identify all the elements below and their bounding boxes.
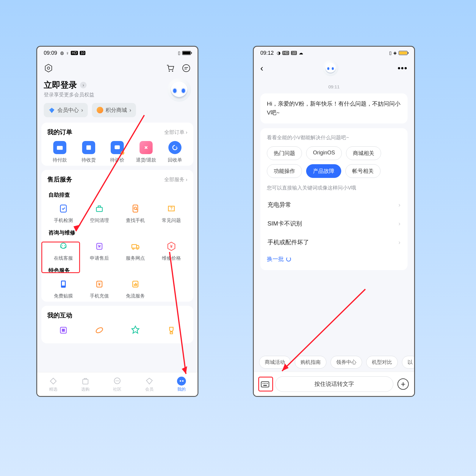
order-pending-review[interactable]: 待评价 <box>103 141 132 163</box>
svc-find-phone[interactable]: 查找手机 <box>118 203 154 224</box>
svg-point-3 <box>183 65 190 72</box>
voice-input[interactable]: 按住说话转文字 <box>275 376 393 392</box>
right-phone-frame: 09:12 ◑HD10☁ ▯◈ ‹ ••• 09:11 Hi，亲爱的V粉，新年快… <box>253 46 415 397</box>
svg-point-1 <box>169 71 170 72</box>
cart-icon[interactable] <box>165 63 175 73</box>
nav-mine[interactable]: 我的 <box>165 372 198 396</box>
order-pending-receipt[interactable]: 待收货 <box>74 141 103 163</box>
svg-text:¥: ¥ <box>98 281 101 286</box>
svc-repair-price[interactable]: ¥维修价格 <box>153 240 189 262</box>
svg-rect-25 <box>134 284 135 286</box>
row-charging[interactable]: 充电异常› <box>267 195 401 214</box>
svc-phone-recharge[interactable]: ¥手机充值 <box>82 278 118 299</box>
svg-point-0 <box>47 67 50 69</box>
service-card: 售后服务 全部服务 › 自助排查 手机检测 空间清理 查找手机 ?常见问题 咨询… <box>41 170 193 302</box>
svc-apply-aftersale[interactable]: 申请售后 <box>82 240 118 262</box>
diamond-icon <box>48 107 55 113</box>
interact-item-4[interactable] <box>153 324 189 336</box>
quick-mall-activity[interactable]: 商城活动 <box>259 356 291 369</box>
row-broken[interactable]: 手机或配件坏了› <box>267 233 401 252</box>
svc-special-title: 特色服务 <box>46 264 189 278</box>
refresh-link[interactable]: 换一批 <box>267 255 401 263</box>
svc-service-sites[interactable]: 服务网点 <box>118 240 154 262</box>
tag-mall[interactable]: 商城相关 <box>346 146 381 160</box>
service-title: 售后服务 <box>47 175 72 184</box>
avatar-robot-icon <box>322 60 339 76</box>
svc-phone-check[interactable]: 手机检测 <box>46 203 82 224</box>
nav-featured[interactable]: 精选 <box>37 372 69 396</box>
row-sim[interactable]: SIM卡不识别› <box>267 214 401 233</box>
quick-buying-guide[interactable]: 购机指南 <box>295 356 326 369</box>
battery-icon <box>182 51 191 55</box>
status-bar: 09:09 ◍♀HD10 ▯ <box>37 47 198 59</box>
svg-rect-40 <box>261 382 269 387</box>
svc-free-film[interactable]: 免费贴膜 <box>46 278 82 299</box>
interact-item-1[interactable] <box>46 324 82 336</box>
avatar-robot-icon[interactable] <box>167 78 191 102</box>
quick-more[interactable]: 以 <box>402 356 414 369</box>
svg-point-14 <box>64 245 65 246</box>
status-time: 09:09 <box>44 50 57 56</box>
more-menu-icon[interactable]: ••• <box>398 64 408 73</box>
svg-point-13 <box>62 245 63 246</box>
tag-originos[interactable]: OriginOS <box>306 146 342 160</box>
svg-point-35 <box>118 380 119 381</box>
quick-model-compare[interactable]: 机型对比 <box>366 356 398 369</box>
nav-member[interactable]: 会员 <box>133 372 165 396</box>
chip-points-mall[interactable]: 积分商城› <box>92 103 136 117</box>
order-return-refund[interactable]: 退货/退款 <box>132 141 161 163</box>
svg-rect-9 <box>133 205 138 212</box>
message-icon[interactable] <box>181 63 191 73</box>
wifi-icon: ◈ <box>393 50 397 56</box>
status-bar: 09:12 ◑HD10☁ ▯◈ <box>254 47 414 59</box>
sim-icon: ▯ <box>178 50 180 56</box>
svg-point-18 <box>137 248 138 250</box>
battery-icon <box>399 51 408 55</box>
chip-member-center[interactable]: 会员中心› <box>44 103 88 117</box>
orders-more-link[interactable]: 全部订单 › <box>164 129 187 136</box>
order-pending-payment[interactable]: 待付款 <box>46 141 74 163</box>
svc-faq[interactable]: ?常见问题 <box>153 203 189 224</box>
nav-shop[interactable]: 选购 <box>69 372 101 396</box>
svc-consult-title: 咨询与维修 <box>46 226 189 240</box>
tag-product-fault[interactable]: 产品故障 <box>306 164 341 178</box>
orders-card: 我的订单 全部订单 › 待付款 待收货 待评价 退货/退款 回收单 <box>41 123 193 166</box>
svg-point-41 <box>263 383 264 384</box>
svg-point-2 <box>172 71 173 72</box>
nav-community[interactable]: 社区 <box>101 372 134 396</box>
tag-function[interactable]: 功能操作 <box>267 164 302 178</box>
svc-online-support[interactable]: 在线客服 <box>46 240 82 262</box>
svg-text:¥: ¥ <box>170 244 173 249</box>
sim-icon: ▯ <box>389 50 392 56</box>
suggestion-hint: 看看全能的小V都能解决什么问题吧~ <box>267 134 401 141</box>
svg-rect-5 <box>86 145 91 150</box>
orders-title: 我的订单 <box>47 128 72 136</box>
left-phone-frame: 09:09 ◍♀HD10 ▯ 立即登录 › 登录享受更多会员权益 会员中心› 积… <box>36 46 198 397</box>
svg-point-10 <box>134 207 137 209</box>
back-icon[interactable]: ‹ <box>260 63 263 73</box>
bottom-nav: 精选 选购 社区 会员 我的 <box>37 372 198 396</box>
svg-rect-45 <box>263 385 267 386</box>
svg-point-30 <box>95 327 104 334</box>
tag-account[interactable]: 帐号相关 <box>345 164 381 178</box>
svg-point-34 <box>117 380 118 381</box>
interact-item-2[interactable] <box>82 324 118 336</box>
service-more-link[interactable]: 全部服务 › <box>164 176 187 183</box>
tag-hot[interactable]: 热门问题 <box>267 146 302 160</box>
refresh-icon <box>286 257 291 262</box>
chevron-right-icon: › <box>80 82 87 88</box>
plus-icon[interactable]: ＋ <box>397 378 409 390</box>
settings-hex-icon[interactable] <box>44 63 53 73</box>
svg-point-44 <box>267 383 268 384</box>
svg-point-42 <box>264 383 265 384</box>
quick-coupon-center[interactable]: 领券中心 <box>331 356 362 369</box>
keyboard-icon[interactable] <box>259 378 271 390</box>
star-icon <box>97 107 103 113</box>
svc-free-data[interactable]: 免流服务 <box>118 278 154 299</box>
svc-storage-clean[interactable]: 空间清理 <box>82 203 118 224</box>
suggestion-card: 看看全能的小V都能解决什么问题吧~ 热门问题 OriginOS 商城相关 功能操… <box>260 128 408 270</box>
svg-rect-7 <box>60 205 66 212</box>
interact-item-3[interactable] <box>118 324 154 336</box>
svg-rect-8 <box>96 207 102 212</box>
order-recycle[interactable]: 回收单 <box>160 141 189 163</box>
